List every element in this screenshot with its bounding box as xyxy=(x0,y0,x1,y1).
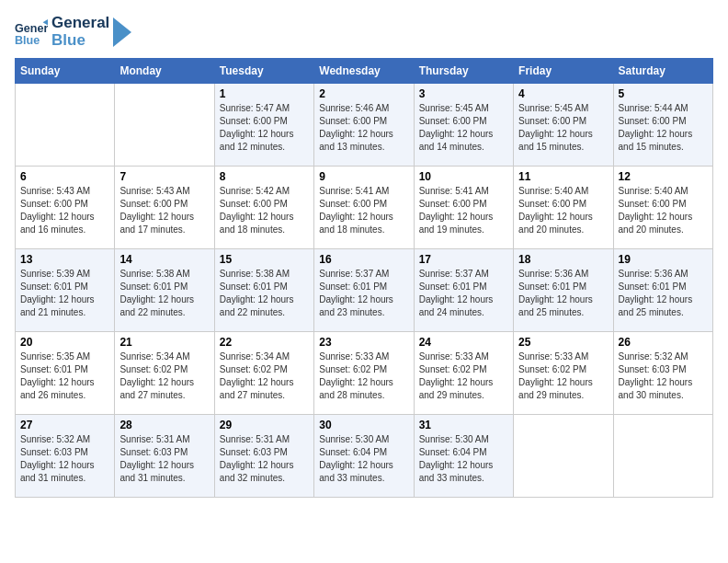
calendar-cell: 29Sunrise: 5:31 AM Sunset: 6:03 PM Dayli… xyxy=(214,415,313,498)
day-number: 20 xyxy=(20,336,109,349)
day-number: 6 xyxy=(20,170,109,183)
calendar-cell: 1Sunrise: 5:47 AM Sunset: 6:00 PM Daylig… xyxy=(214,84,313,167)
calendar-cell: 28Sunrise: 5:31 AM Sunset: 6:03 PM Dayli… xyxy=(115,415,214,498)
calendar-cell: 2Sunrise: 5:46 AM Sunset: 6:00 PM Daylig… xyxy=(314,84,414,167)
day-number: 24 xyxy=(419,336,508,349)
calendar-cell: 22Sunrise: 5:34 AM Sunset: 6:02 PM Dayli… xyxy=(214,332,313,415)
weekday-header-row: SundayMondayTuesdayWednesdayThursdayFrid… xyxy=(16,59,713,84)
weekday-header-monday: Monday xyxy=(115,59,214,84)
day-number: 3 xyxy=(419,87,508,100)
day-number: 1 xyxy=(220,87,309,100)
day-number: 10 xyxy=(419,170,508,183)
day-number: 30 xyxy=(319,419,408,431)
day-number: 11 xyxy=(518,170,608,183)
day-number: 7 xyxy=(119,170,209,183)
calendar-cell xyxy=(16,84,115,167)
day-number: 8 xyxy=(220,170,309,183)
calendar-cell: 25Sunrise: 5:33 AM Sunset: 6:02 PM Dayli… xyxy=(514,332,613,415)
day-info: Sunrise: 5:38 AM Sunset: 6:01 PM Dayligh… xyxy=(220,268,309,319)
calendar-cell: 8Sunrise: 5:42 AM Sunset: 6:00 PM Daylig… xyxy=(214,167,313,249)
calendar-cell: 18Sunrise: 5:36 AM Sunset: 6:01 PM Dayli… xyxy=(514,249,613,332)
day-info: Sunrise: 5:37 AM Sunset: 6:01 PM Dayligh… xyxy=(419,268,508,319)
day-number: 15 xyxy=(220,253,309,266)
calendar-cell xyxy=(115,84,214,167)
day-info: Sunrise: 5:41 AM Sunset: 6:00 PM Dayligh… xyxy=(319,185,408,236)
day-info: Sunrise: 5:43 AM Sunset: 6:00 PM Dayligh… xyxy=(119,185,209,236)
day-number: 26 xyxy=(619,336,708,349)
day-info: Sunrise: 5:39 AM Sunset: 6:01 PM Dayligh… xyxy=(20,268,109,319)
day-number: 22 xyxy=(220,336,309,349)
calendar-cell: 30Sunrise: 5:30 AM Sunset: 6:04 PM Dayli… xyxy=(314,415,414,498)
page-header: General Blue General Blue xyxy=(15,15,713,49)
calendar-cell: 23Sunrise: 5:33 AM Sunset: 6:02 PM Dayli… xyxy=(314,332,414,415)
calendar-week-row: 27Sunrise: 5:32 AM Sunset: 6:03 PM Dayli… xyxy=(16,415,713,498)
day-info: Sunrise: 5:43 AM Sunset: 6:00 PM Dayligh… xyxy=(20,185,109,236)
calendar-cell: 11Sunrise: 5:40 AM Sunset: 6:00 PM Dayli… xyxy=(514,167,613,249)
day-number: 17 xyxy=(419,253,508,266)
calendar-cell: 9Sunrise: 5:41 AM Sunset: 6:00 PM Daylig… xyxy=(314,167,414,249)
calendar-cell: 17Sunrise: 5:37 AM Sunset: 6:01 PM Dayli… xyxy=(414,249,513,332)
calendar-cell: 26Sunrise: 5:32 AM Sunset: 6:03 PM Dayli… xyxy=(613,332,712,415)
day-number: 29 xyxy=(220,419,309,431)
calendar-cell: 19Sunrise: 5:36 AM Sunset: 6:01 PM Dayli… xyxy=(613,249,712,332)
day-number: 25 xyxy=(518,336,608,349)
day-info: Sunrise: 5:30 AM Sunset: 6:04 PM Dayligh… xyxy=(319,433,408,485)
calendar-cell: 7Sunrise: 5:43 AM Sunset: 6:00 PM Daylig… xyxy=(115,167,214,249)
day-number: 14 xyxy=(119,253,209,266)
day-info: Sunrise: 5:44 AM Sunset: 6:00 PM Dayligh… xyxy=(619,102,708,154)
day-number: 9 xyxy=(319,170,408,183)
day-info: Sunrise: 5:35 AM Sunset: 6:01 PM Dayligh… xyxy=(20,350,109,402)
calendar-cell: 13Sunrise: 5:39 AM Sunset: 6:01 PM Dayli… xyxy=(16,249,115,332)
day-number: 28 xyxy=(119,419,209,431)
calendar-cell: 15Sunrise: 5:38 AM Sunset: 6:01 PM Dayli… xyxy=(214,249,313,332)
day-info: Sunrise: 5:41 AM Sunset: 6:00 PM Dayligh… xyxy=(419,185,508,236)
weekday-header-saturday: Saturday xyxy=(613,59,712,84)
day-info: Sunrise: 5:31 AM Sunset: 6:03 PM Dayligh… xyxy=(220,433,309,485)
day-number: 21 xyxy=(119,336,209,349)
day-info: Sunrise: 5:33 AM Sunset: 6:02 PM Dayligh… xyxy=(419,350,508,402)
calendar-cell: 12Sunrise: 5:40 AM Sunset: 6:00 PM Dayli… xyxy=(613,167,712,249)
day-number: 31 xyxy=(419,419,508,431)
calendar-cell xyxy=(613,415,712,498)
calendar-cell: 5Sunrise: 5:44 AM Sunset: 6:00 PM Daylig… xyxy=(613,84,712,167)
logo-arrow-icon xyxy=(113,17,131,47)
day-number: 13 xyxy=(20,253,109,266)
day-info: Sunrise: 5:45 AM Sunset: 6:00 PM Dayligh… xyxy=(419,102,508,154)
calendar-cell: 14Sunrise: 5:38 AM Sunset: 6:01 PM Dayli… xyxy=(115,249,214,332)
svg-text:Blue: Blue xyxy=(15,33,40,46)
day-info: Sunrise: 5:42 AM Sunset: 6:00 PM Dayligh… xyxy=(220,185,309,236)
day-info: Sunrise: 5:46 AM Sunset: 6:00 PM Dayligh… xyxy=(319,102,408,154)
day-number: 4 xyxy=(518,87,608,100)
day-info: Sunrise: 5:33 AM Sunset: 6:02 PM Dayligh… xyxy=(319,350,408,402)
logo-general: General xyxy=(51,15,109,32)
day-info: Sunrise: 5:37 AM Sunset: 6:01 PM Dayligh… xyxy=(319,268,408,319)
calendar-cell: 3Sunrise: 5:45 AM Sunset: 6:00 PM Daylig… xyxy=(414,84,513,167)
day-info: Sunrise: 5:31 AM Sunset: 6:03 PM Dayligh… xyxy=(119,433,209,485)
day-info: Sunrise: 5:40 AM Sunset: 6:00 PM Dayligh… xyxy=(619,185,708,236)
calendar-cell: 16Sunrise: 5:37 AM Sunset: 6:01 PM Dayli… xyxy=(314,249,414,332)
calendar-cell xyxy=(514,415,613,498)
calendar-week-row: 6Sunrise: 5:43 AM Sunset: 6:00 PM Daylig… xyxy=(16,167,713,249)
day-number: 27 xyxy=(20,419,109,431)
svg-marker-3 xyxy=(113,17,131,47)
calendar-cell: 20Sunrise: 5:35 AM Sunset: 6:01 PM Dayli… xyxy=(16,332,115,415)
day-number: 16 xyxy=(319,253,408,266)
day-info: Sunrise: 5:32 AM Sunset: 6:03 PM Dayligh… xyxy=(20,433,109,485)
logo-icon: General Blue xyxy=(15,16,48,49)
logo: General Blue General Blue xyxy=(15,15,131,49)
calendar-cell: 24Sunrise: 5:33 AM Sunset: 6:02 PM Dayli… xyxy=(414,332,513,415)
weekday-header-friday: Friday xyxy=(514,59,613,84)
calendar-table: SundayMondayTuesdayWednesdayThursdayFrid… xyxy=(15,58,713,498)
day-number: 18 xyxy=(518,253,608,266)
calendar-cell: 31Sunrise: 5:30 AM Sunset: 6:04 PM Dayli… xyxy=(414,415,513,498)
weekday-header-thursday: Thursday xyxy=(414,59,513,84)
logo-blue: Blue xyxy=(51,32,109,50)
day-info: Sunrise: 5:30 AM Sunset: 6:04 PM Dayligh… xyxy=(419,433,508,485)
day-number: 5 xyxy=(619,87,708,100)
calendar-cell: 4Sunrise: 5:45 AM Sunset: 6:00 PM Daylig… xyxy=(514,84,613,167)
day-info: Sunrise: 5:47 AM Sunset: 6:00 PM Dayligh… xyxy=(220,102,309,154)
day-info: Sunrise: 5:34 AM Sunset: 6:02 PM Dayligh… xyxy=(220,350,309,402)
calendar-cell: 27Sunrise: 5:32 AM Sunset: 6:03 PM Dayli… xyxy=(16,415,115,498)
weekday-header-sunday: Sunday xyxy=(16,59,115,84)
weekday-header-wednesday: Wednesday xyxy=(314,59,414,84)
